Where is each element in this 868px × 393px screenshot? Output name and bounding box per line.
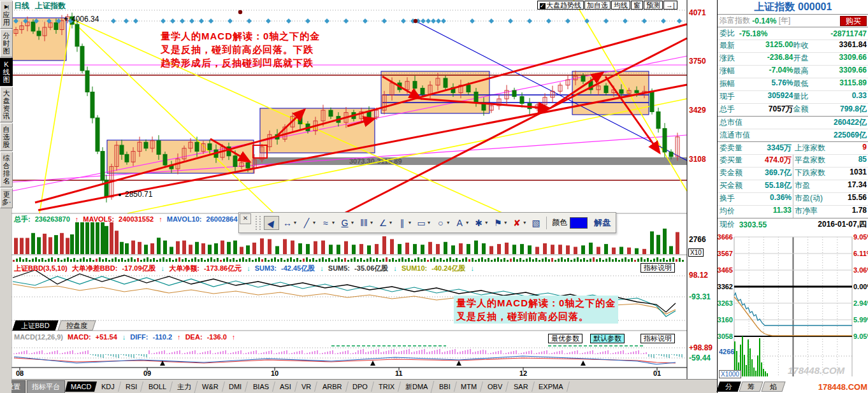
- chevron-down-icon[interactable]: ▾: [485, 220, 488, 225]
- date-label-10: 10: [271, 369, 278, 377]
- sidebar-item-4[interactable]: 自选股: [0, 123, 13, 151]
- close-icon[interactable]: ✕: [240, 213, 251, 224]
- indicator-tab-DPO[interactable]: DPO: [347, 382, 374, 392]
- gann-tool[interactable]: G▾: [338, 217, 356, 229]
- indicator-tab-BBI[interactable]: BBI: [433, 382, 457, 392]
- chevron-down-icon[interactable]: ▾: [370, 220, 373, 225]
- image-tool[interactable]: ⚑▾: [491, 217, 509, 229]
- svg-text:3362: 3362: [718, 283, 733, 290]
- chevron-down-icon[interactable]: ▾: [294, 220, 296, 225]
- sidebar-item-5[interactable]: 综合排名: [0, 152, 13, 187]
- axis-label-3429: 3429: [689, 106, 706, 115]
- indicator-tab-W&R[interactable]: W&R: [196, 382, 225, 392]
- stat-row-4: 换手0.36%市盈(动)15.56: [718, 192, 868, 205]
- header-tool-2[interactable]: 均线: [611, 1, 630, 10]
- indicator-platform-button[interactable]: 指标平台: [27, 380, 65, 393]
- chevron-down-icon[interactable]: ▾: [428, 220, 430, 225]
- sidebar-item-2[interactable]: K线图: [0, 58, 13, 86]
- indicator-tab-MTM[interactable]: MTM: [455, 382, 483, 392]
- chart-symbol[interactable]: 上证指数: [35, 1, 66, 11]
- header-collapse-icon[interactable]: →|: [663, 1, 677, 10]
- header-tool-0[interactable]: ✓大盘趋势线: [537, 1, 584, 10]
- svg-text:9.05%: 9.05%: [853, 332, 868, 340]
- sidebar-item-label: K线图: [3, 61, 10, 83]
- tab-kongpandu[interactable]: 控盘度: [57, 320, 96, 331]
- indicator-tab-BOLL[interactable]: BOLL: [143, 382, 173, 392]
- sidebar-item-0[interactable]: ▶|应用: [0, 1, 13, 29]
- chevron-down-icon[interactable]: ▾: [332, 220, 335, 225]
- intraday-canvas[interactable]: 36663567346533623263316030589.05%6.11%3.…: [718, 231, 868, 380]
- sidebar-item-label: 更多·: [2, 190, 11, 206]
- chevron-down-icon[interactable]: ▾: [351, 220, 354, 225]
- sidebar-item-3[interactable]: 大盘资讯: [0, 87, 13, 122]
- header-tool-4[interactable]: 预测: [644, 1, 663, 10]
- header-tool-3[interactable]: 窗: [631, 1, 643, 10]
- chevron-down-icon[interactable]: ▾: [409, 220, 411, 225]
- default-params-button[interactable]: 默认参数: [590, 334, 625, 343]
- chevron-down-icon[interactable]: ▾: [504, 220, 507, 225]
- jiepan-button[interactable]: 解盘: [594, 217, 611, 229]
- play-bar-icon: ▶|: [1, 3, 11, 11]
- weibi-value: -75.18%: [739, 29, 768, 38]
- ellipse-tool[interactable]: ○▾: [433, 217, 451, 229]
- vertical-lines-tool[interactable]: ‖‖▾: [357, 217, 375, 229]
- sidebar-item-1[interactable]: 分时图: [0, 29, 13, 57]
- chevron-down-icon[interactable]: ▾: [313, 220, 315, 225]
- best-params-button[interactable]: 最优参数: [548, 334, 582, 343]
- macd-header: MACD(12,26,9) MACD: +51.54↓ DIFF: -110.2…: [14, 333, 238, 341]
- trend-line-tool[interactable]: ╱▾: [300, 217, 317, 229]
- indicator-tab-ARBR[interactable]: ARBR: [317, 382, 349, 392]
- rect-tool[interactable]: ▭▾: [414, 217, 432, 229]
- indicator-tab-RSI[interactable]: RSI: [120, 382, 143, 392]
- mini-tab-筹[interactable]: 筹: [739, 382, 763, 392]
- indicator-tab-新DMA[interactable]: 新DMA: [400, 381, 435, 393]
- quote-row-5: 总手7057万金额799.8亿: [718, 103, 868, 116]
- indicator-tab-SAR[interactable]: SAR: [508, 382, 535, 392]
- chevron-down-icon[interactable]: ▾: [523, 220, 526, 225]
- color-swatch[interactable]: [570, 217, 588, 229]
- chevron-down-icon[interactable]: ▾: [447, 220, 449, 225]
- header-tool-1[interactable]: 加自选: [584, 1, 611, 10]
- indicator-tab-KDJ[interactable]: KDJ: [96, 382, 121, 392]
- panel-tool[interactable]: ▧: [529, 217, 543, 229]
- indicator-tab-DMI[interactable]: DMI: [223, 382, 248, 392]
- text-tool[interactable]: A▾: [452, 217, 470, 229]
- indicator-tab-EXPMA[interactable]: EXPMA: [533, 382, 570, 392]
- parallel-lines-tool[interactable]: ∥▾: [395, 217, 413, 229]
- delete-tool[interactable]: ✘▾: [510, 217, 528, 229]
- indicator-tab-ASI[interactable]: ASI: [274, 382, 298, 392]
- bbd-indicator-help-button[interactable]: 指标说明: [640, 263, 675, 273]
- checkbox-icon[interactable]: ✓: [540, 3, 546, 9]
- date-label-01: 01: [653, 369, 661, 377]
- chart-period[interactable]: 日线: [14, 1, 29, 11]
- pointer-tool[interactable]: ▶: [264, 216, 279, 230]
- mini-tab-焰[interactable]: 焰: [761, 382, 785, 392]
- stat-row-1: 委买量474.0万平盘家数85: [718, 154, 868, 167]
- rect-tool-icon: ▭: [416, 218, 426, 228]
- segment-tool[interactable]: ↔▾: [280, 217, 298, 229]
- wave-tool[interactable]: ≈▾: [319, 217, 336, 229]
- indicator-tab-TRIX[interactable]: TRIX: [373, 382, 401, 392]
- sidebar-item-6[interactable]: 更多·: [0, 188, 13, 208]
- mini-tab-分[interactable]: 分: [716, 382, 741, 392]
- chevron-down-icon[interactable]: ▾: [389, 220, 392, 225]
- toolbar-grip-handle[interactable]: [256, 216, 261, 230]
- indicator-tab-VR[interactable]: VR: [296, 382, 317, 392]
- intraday-mini-chart[interactable]: 36663567346533623263316030589.05%6.11%3.…: [718, 231, 868, 380]
- gann-tool-icon: G: [340, 218, 350, 228]
- fan-lines-tool[interactable]: ∠▾: [376, 217, 394, 229]
- buy-button[interactable]: 购买: [840, 16, 867, 26]
- color-label: 颜色: [552, 217, 567, 228]
- mini-chart-tabs: 分筹焰178448.COM: [718, 380, 868, 393]
- macd-indicator-help-button[interactable]: 指标说明: [640, 334, 675, 343]
- svg-text:3567: 3567: [718, 250, 733, 257]
- svg-text:6.11%: 6.11%: [853, 250, 868, 257]
- chevron-down-icon[interactable]: ▾: [466, 220, 468, 225]
- indicator-tab-MACD[interactable]: MACD: [65, 382, 97, 392]
- tab-shangzheng-bbd[interactable]: 上证BBD: [12, 320, 58, 331]
- site-watermark: 178448.COM: [818, 382, 868, 392]
- indicator-tab-OBV[interactable]: OBV: [482, 382, 509, 392]
- indicator-tab-主力[interactable]: 主力: [171, 381, 198, 393]
- settings-tool[interactable]: ✱▾: [472, 217, 489, 229]
- indicator-tab-BIAS[interactable]: BIAS: [247, 382, 275, 392]
